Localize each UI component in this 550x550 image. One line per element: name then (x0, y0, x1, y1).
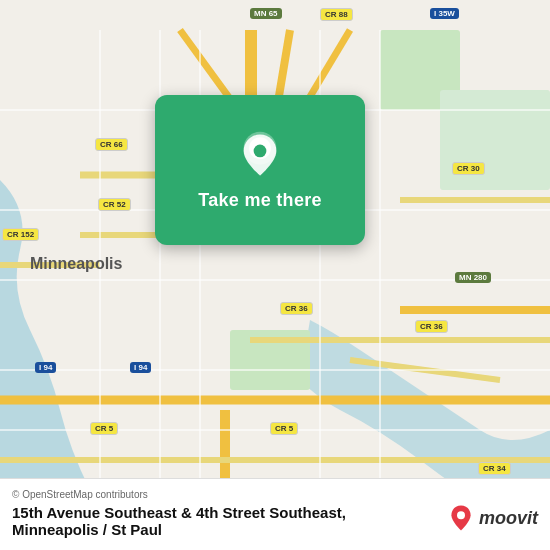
cr5-right-label: CR 5 (270, 422, 298, 435)
mn280-label: MN 280 (455, 272, 491, 283)
map-container: MN 65 CR 88 I 35W CR 66 I 35W CR 30 CR 1… (0, 0, 550, 550)
copyright-text: © OpenStreetMap contributors (12, 489, 538, 500)
cr30-label: CR 30 (452, 162, 485, 175)
moovit-text: moovit (479, 508, 538, 529)
cr36-right-label: CR 36 (415, 320, 448, 333)
cr5-left-label: CR 5 (90, 422, 118, 435)
city-label: Minneapolis (30, 255, 122, 273)
i94-left-label: I 94 (35, 362, 56, 373)
moovit-logo: moovit (447, 504, 538, 532)
cr36-left-label: CR 36 (280, 302, 313, 315)
mn65-label: MN 65 (250, 8, 282, 19)
cr34-label: CR 34 (478, 462, 511, 475)
svg-point-32 (254, 144, 267, 157)
navigation-popup[interactable]: Take me there (155, 95, 365, 245)
take-me-there-button[interactable]: Take me there (198, 190, 322, 211)
i94-right-label: I 94 (130, 362, 151, 373)
i35w-top-label: I 35W (430, 8, 459, 19)
moovit-pin-icon (447, 504, 475, 532)
cr88-label: CR 88 (320, 8, 353, 21)
location-pin-icon (235, 130, 285, 180)
svg-rect-1 (440, 90, 550, 190)
svg-point-33 (457, 511, 465, 519)
cr152-label: CR 152 (2, 228, 39, 241)
cr52-label: CR 52 (98, 198, 131, 211)
cr66-label: CR 66 (95, 138, 128, 151)
